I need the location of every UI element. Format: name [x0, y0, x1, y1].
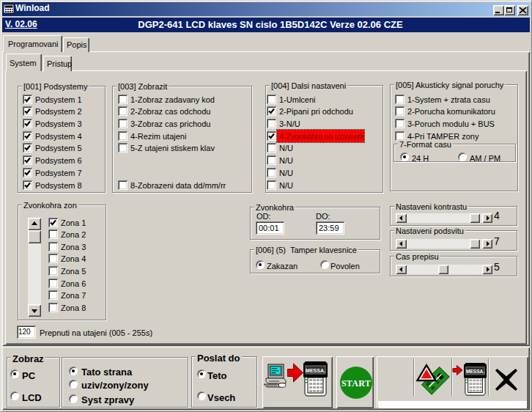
svg-text:MESSA.: MESSA.: [466, 369, 484, 374]
svg-text:MESSA.: MESSA.: [306, 368, 325, 373]
